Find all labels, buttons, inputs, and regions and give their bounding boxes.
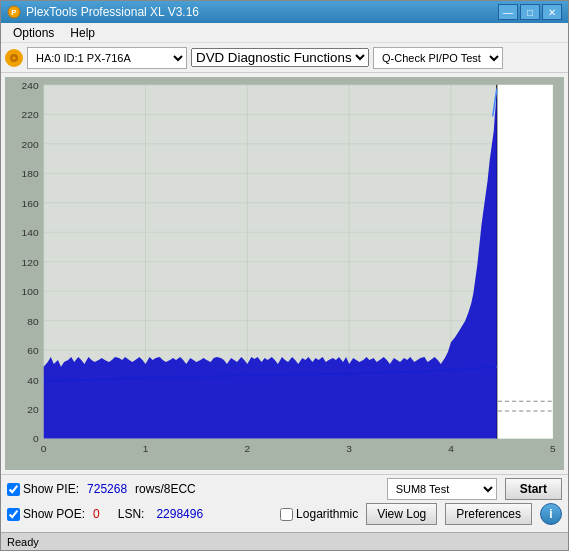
svg-text:200: 200 bbox=[22, 139, 39, 150]
drive-selector[interactable]: HA:0 ID:1 PX-716A bbox=[27, 47, 187, 69]
preferences-button[interactable]: Preferences bbox=[445, 503, 532, 525]
test-selector[interactable]: Q-Check PI/PO Test bbox=[373, 47, 503, 69]
svg-point-4 bbox=[13, 56, 16, 59]
window-title: PlexTools Professional XL V3.16 bbox=[26, 5, 498, 19]
lsn-value: 2298496 bbox=[156, 507, 203, 521]
info-button[interactable]: i bbox=[540, 503, 562, 525]
svg-text:80: 80 bbox=[27, 316, 39, 327]
svg-text:180: 180 bbox=[22, 168, 39, 179]
show-pie-label: Show PIE: bbox=[23, 482, 79, 496]
title-bar: P PlexTools Professional XL V3.16 — □ ✕ bbox=[1, 1, 568, 23]
svg-text:5: 5 bbox=[550, 443, 556, 454]
svg-text:240: 240 bbox=[22, 80, 39, 91]
function-selector[interactable]: DVD Diagnostic Functions bbox=[191, 48, 369, 67]
svg-text:20: 20 bbox=[27, 404, 39, 415]
show-poe-label: Show POE: bbox=[23, 507, 85, 521]
rows-label: rows/8ECC bbox=[135, 482, 196, 496]
menu-options[interactable]: Options bbox=[5, 24, 62, 42]
svg-text:140: 140 bbox=[22, 227, 39, 238]
poe-value: 0 bbox=[93, 507, 100, 521]
toolbar: HA:0 ID:1 PX-716A DVD Diagnostic Functio… bbox=[1, 43, 568, 73]
svg-text:3: 3 bbox=[346, 443, 352, 454]
chart-svg: 240 220 200 180 160 140 120 100 80 60 40… bbox=[5, 77, 564, 470]
menu-help[interactable]: Help bbox=[62, 24, 103, 42]
drive-icon bbox=[5, 49, 23, 67]
show-pie-checkbox[interactable] bbox=[7, 483, 20, 496]
maximize-button[interactable]: □ bbox=[520, 4, 540, 20]
svg-text:100: 100 bbox=[22, 286, 39, 297]
app-icon: P bbox=[7, 5, 21, 19]
svg-text:2: 2 bbox=[245, 443, 251, 454]
svg-text:40: 40 bbox=[27, 375, 39, 386]
svg-text:1: 1 bbox=[143, 443, 149, 454]
svg-text:160: 160 bbox=[22, 198, 39, 209]
svg-text:220: 220 bbox=[22, 109, 39, 120]
window-controls: — □ ✕ bbox=[498, 4, 562, 20]
show-pie-checkbox-label[interactable]: Show PIE: bbox=[7, 482, 79, 496]
main-window: P PlexTools Professional XL V3.16 — □ ✕ … bbox=[0, 0, 569, 551]
svg-text:0: 0 bbox=[33, 434, 39, 445]
svg-text:0: 0 bbox=[41, 443, 47, 454]
svg-text:P: P bbox=[11, 8, 17, 17]
logarithmic-checkbox-label[interactable]: Logarithmic bbox=[280, 507, 358, 521]
bottom-row-1: Show PIE: 725268 rows/8ECC SUM8 Test Sta… bbox=[7, 478, 562, 500]
lsn-label: LSN: bbox=[118, 507, 145, 521]
show-poe-checkbox-label[interactable]: Show POE: bbox=[7, 507, 85, 521]
bottom-row-2: Show POE: 0 LSN: 2298496 Logarithmic Vie… bbox=[7, 503, 562, 525]
svg-rect-46 bbox=[498, 85, 553, 439]
close-button[interactable]: ✕ bbox=[542, 4, 562, 20]
status-text: Ready bbox=[7, 536, 39, 548]
svg-text:60: 60 bbox=[27, 345, 39, 356]
logarithmic-label: Logarithmic bbox=[296, 507, 358, 521]
start-button[interactable]: Start bbox=[505, 478, 562, 500]
chart-area: 240 220 200 180 160 140 120 100 80 60 40… bbox=[5, 77, 564, 470]
view-log-button[interactable]: View Log bbox=[366, 503, 437, 525]
pie-value: 725268 bbox=[87, 482, 127, 496]
bottom-bar: Show PIE: 725268 rows/8ECC SUM8 Test Sta… bbox=[1, 474, 568, 532]
sum8-selector[interactable]: SUM8 Test bbox=[387, 478, 497, 500]
menu-bar: Options Help bbox=[1, 23, 568, 43]
show-poe-checkbox[interactable] bbox=[7, 508, 20, 521]
status-bar: Ready bbox=[1, 532, 568, 550]
svg-text:4: 4 bbox=[448, 443, 454, 454]
svg-text:120: 120 bbox=[22, 257, 39, 268]
minimize-button[interactable]: — bbox=[498, 4, 518, 20]
logarithmic-checkbox[interactable] bbox=[280, 508, 293, 521]
